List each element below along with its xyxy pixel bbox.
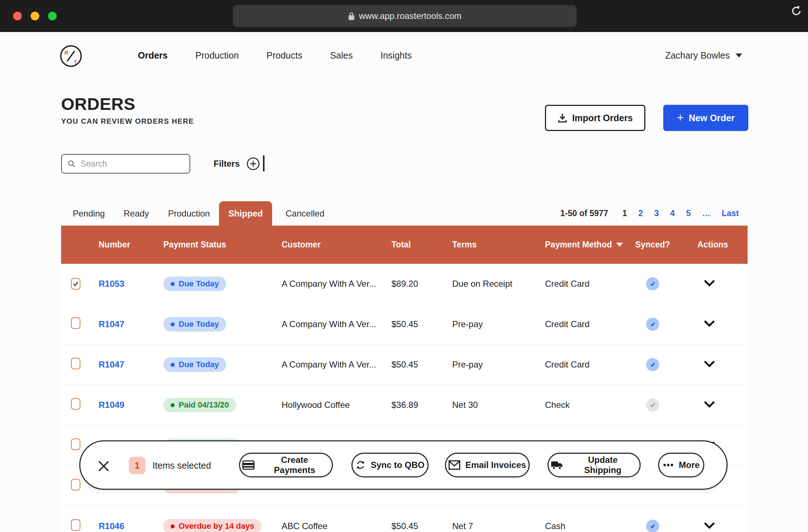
payment-status-badge: Overdue by 14 days [163, 519, 262, 532]
chevron-down-icon[interactable] [703, 360, 716, 368]
window-controls [13, 12, 57, 20]
order-number-link[interactable]: R1046 [99, 521, 124, 531]
page-heading: ORDERS YOU CAN REVIEW ORDERS HERE [61, 94, 194, 126]
row-checkbox[interactable] [71, 317, 80, 329]
pagination-page-5[interactable]: 5 [686, 209, 691, 218]
import-orders-button[interactable]: Import Orders [545, 105, 645, 131]
new-order-label: New Order [689, 113, 735, 123]
pagination-page-2[interactable]: 2 [638, 209, 643, 218]
total-cell: $50.45 [391, 319, 452, 329]
row-checkbox[interactable] [71, 278, 80, 290]
customer-cell: A Company With A Ver... [282, 360, 391, 370]
payment-status-badge: Paid 04/13/20 [163, 398, 236, 412]
user-menu[interactable]: Zachary Bowles [665, 50, 742, 61]
pagination-page-4[interactable]: 4 [670, 209, 675, 218]
status-tabs: Pending Ready Production Shipped Cancell… [61, 201, 748, 226]
col-synced: Synced? [635, 240, 697, 250]
zoom-window-button[interactable] [48, 12, 57, 20]
table-row: R1046 Overdue by 14 days ABC Coffee $50.… [61, 506, 748, 532]
col-payment-method[interactable]: Payment Method [545, 240, 635, 250]
row-checkbox[interactable] [71, 519, 80, 531]
nav-item-insights[interactable]: Insights [381, 50, 412, 61]
pagination-page-current: 1 [622, 209, 627, 218]
chevron-down-icon[interactable] [703, 279, 716, 287]
col-number: Number [99, 240, 163, 250]
roastertools-logo-icon[interactable]: R T [59, 44, 83, 68]
search-toolbar: Filters [61, 154, 747, 174]
pagination-ellipsis[interactable]: … [702, 209, 711, 218]
tab-cancelled[interactable]: Cancelled [286, 201, 325, 226]
nav-item-production[interactable]: Production [195, 50, 239, 61]
chevron-down-icon[interactable] [703, 320, 716, 327]
status-dot-icon [171, 363, 175, 367]
tab-pending[interactable]: Pending [73, 201, 105, 226]
terms-cell: Pre-pay [452, 360, 545, 370]
nav-item-products[interactable]: Products [267, 50, 303, 61]
terms-cell: Net 30 [452, 400, 545, 410]
nav-item-sales[interactable]: Sales [330, 50, 353, 61]
tab-production[interactable]: Production [168, 201, 210, 226]
pagination-page-3[interactable]: 3 [654, 209, 659, 218]
col-actions: Actions [697, 240, 748, 250]
sync-to-qbo-button[interactable]: Sync to QBO [351, 453, 429, 477]
status-dot-icon [171, 322, 175, 326]
synced-indicator [646, 277, 659, 290]
user-name: Zachary Bowles [665, 50, 730, 61]
table-row: R1047 Due Today A Company With A Ver... … [61, 345, 748, 385]
address-bar[interactable]: www.app.roastertools.com [233, 5, 577, 27]
row-checkbox[interactable] [71, 398, 80, 410]
customer-cell: ABC Coffee [282, 521, 391, 531]
order-number-link[interactable]: R1053 [99, 279, 124, 289]
order-number-link[interactable]: R1049 [99, 400, 124, 410]
row-checkbox[interactable] [71, 479, 80, 491]
check-icon [649, 523, 656, 529]
pagination: 1-50 of 5977 1 2 3 4 5 … Last [560, 201, 739, 226]
new-order-button[interactable]: + New Order [663, 105, 748, 131]
lock-icon [348, 12, 355, 20]
pagination-range: 1-50 of 5977 [560, 209, 608, 218]
order-number-link[interactable]: R1047 [99, 319, 124, 329]
top-navigation: R T Orders Production Products Sales Ins… [0, 44, 808, 73]
page-title: ORDERS [61, 94, 194, 114]
browser-chrome: www.app.roastertools.com [0, 0, 808, 32]
chevron-down-icon[interactable] [703, 522, 716, 529]
row-checkbox[interactable] [71, 438, 80, 450]
tab-shipped[interactable]: Shipped [219, 201, 272, 226]
more-actions-button[interactable]: More [658, 453, 704, 477]
sort-caret-icon [616, 243, 623, 247]
pagination-last[interactable]: Last [722, 209, 739, 218]
synced-indicator [646, 398, 659, 412]
email-invoices-button[interactable]: Email Invoices [445, 453, 530, 477]
search-input[interactable] [80, 159, 184, 169]
nav-item-orders[interactable]: Orders [138, 50, 168, 61]
url-text: www.app.roastertools.com [359, 11, 461, 21]
import-orders-label: Import Orders [572, 113, 633, 123]
update-shipping-button[interactable]: Update Shipping [548, 453, 641, 477]
table-row: R1047 Due Today A Company With A Ver... … [61, 304, 748, 345]
close-window-button[interactable] [13, 12, 22, 20]
order-number-link[interactable]: R1047 [99, 360, 124, 369]
refresh-icon[interactable] [791, 5, 802, 17]
add-filter-icon[interactable] [246, 157, 260, 171]
tab-ready[interactable]: Ready [124, 201, 149, 226]
check-icon [649, 321, 656, 327]
row-checkbox[interactable] [71, 358, 80, 369]
col-total: Total [391, 240, 452, 250]
close-icon[interactable] [97, 459, 111, 473]
check-icon [72, 281, 79, 287]
synced-indicator [646, 520, 659, 532]
filters-control[interactable]: Filters [214, 157, 260, 171]
filters-label: Filters [214, 159, 240, 169]
status-dot-icon [171, 524, 175, 528]
payment-status-badge: Due Today [163, 277, 226, 291]
minimize-window-button[interactable] [31, 12, 39, 20]
search-box[interactable] [61, 154, 190, 174]
customer-cell: Hollywood Coffee [282, 400, 391, 410]
svg-text:T: T [74, 59, 77, 65]
col-customer: Customer [282, 240, 391, 250]
chevron-down-icon[interactable] [703, 401, 716, 408]
search-icon [68, 159, 75, 168]
create-payments-button[interactable]: Create Payments [239, 453, 333, 477]
svg-text:R: R [64, 49, 68, 56]
truck-icon [551, 460, 563, 470]
